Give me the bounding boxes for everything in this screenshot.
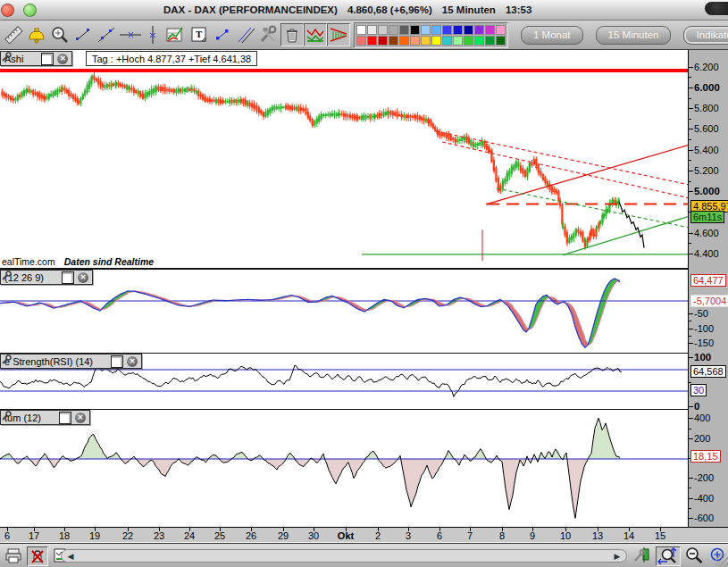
axis-label-400: 400: [694, 413, 710, 423]
window-icon[interactable]: [111, 355, 123, 368]
momentum-chart[interactable]: [0, 410, 688, 527]
rsi-panel[interactable]: e Strength(RSI) (14) ✕: [0, 353, 688, 409]
zoom-tool-icon[interactable]: [48, 23, 71, 46]
color-swatch-1-9[interactable]: [453, 36, 463, 46]
color-swatch-0-10[interactable]: [464, 25, 473, 35]
color-swatch-0-8[interactable]: [442, 25, 452, 35]
color-swatch-1-5[interactable]: [410, 36, 420, 46]
axis-minor-tick: [689, 382, 691, 383]
window-close-button[interactable]: [1, 4, 14, 17]
parallel-channel-icon[interactable]: [234, 23, 257, 46]
color-swatch-1-1[interactable]: [367, 36, 377, 46]
axis-tick: [689, 150, 693, 151]
color-swatch-0-3[interactable]: [389, 25, 398, 35]
color-swatch-1-12[interactable]: [485, 36, 495, 46]
close-icon[interactable]: ✕: [78, 272, 88, 283]
color-swatch-1-13[interactable]: [496, 36, 506, 46]
close-icon[interactable]: ✕: [57, 54, 68, 64]
time-label-8: 8: [499, 530, 505, 541]
macd-panel[interactable]: (12 26 9) ✕: [0, 268, 688, 354]
time-axis: 617181922232425262930Okt23678910131415: [0, 527, 728, 542]
color-swatch-0-1[interactable]: [367, 25, 377, 35]
indicator-chart-icon[interactable]: [164, 23, 188, 46]
title-bar[interactable]: DAX - DAX (PERFORMANCEINDEX) 4.860,68 (+…: [0, 0, 728, 21]
point-marker-icon[interactable]: [71, 23, 95, 46]
indicator-button[interactable]: Indikator / Ba...: [683, 26, 728, 45]
vertical-line-icon[interactable]: [141, 23, 164, 46]
window-icon[interactable]: [41, 53, 54, 65]
time-label-25: 25: [214, 530, 225, 541]
color-swatch-0-6[interactable]: [421, 25, 431, 35]
resize-grip[interactable]: [715, 554, 728, 567]
price-panel[interactable]: Ashi ✕ Tag : +Hoch 4.877,37 +Tief 4.641,…: [0, 50, 688, 266]
momentum-panel[interactable]: tum (12) ✕: [0, 409, 688, 527]
trash-icon[interactable]: [280, 23, 304, 46]
chart-settings-icon[interactable]: [632, 546, 652, 564]
drawing-toolbar: T 1 Monat 15 Minuten Indikator / Ba...: [0, 21, 728, 50]
wrench-icon[interactable]: [27, 54, 38, 64]
wedge-pattern-icon[interactable]: [327, 23, 350, 46]
axis-tick: [689, 233, 693, 234]
interval-button[interactable]: 15 Minuten: [596, 26, 672, 45]
close-icon[interactable]: ✕: [75, 413, 86, 423]
alarm-bell-icon[interactable]: [25, 23, 48, 46]
color-swatch-0-12[interactable]: [485, 25, 495, 35]
color-swatch-1-10[interactable]: [464, 36, 473, 46]
measure-icon[interactable]: [211, 23, 234, 46]
color-swatch-1-2[interactable]: [378, 36, 388, 46]
wrench-icon[interactable]: [47, 272, 58, 283]
color-swatch-1-0[interactable]: [356, 36, 366, 46]
axis-tick: [689, 171, 693, 171]
color-swatch-0-9[interactable]: [453, 25, 463, 35]
axis-tick: [689, 191, 693, 192]
color-swatch-1-11[interactable]: [474, 36, 484, 46]
time-label-17: 17: [29, 530, 39, 541]
color-swatch-1-6[interactable]: [421, 36, 431, 46]
zoom-out-icon[interactable]: [684, 546, 704, 564]
rsi-panel-title: e Strength(RSI) (14): [4, 356, 93, 367]
window-icon[interactable]: [62, 271, 74, 284]
scroll-left-icon[interactable]: ◀: [63, 550, 78, 562]
print-icon[interactable]: [4, 546, 23, 564]
axis-badge-30: 30: [690, 384, 707, 396]
realtime-note: ealTime.comDaten sind Realtime: [2, 256, 154, 266]
price-chart[interactable]: [0, 50, 688, 266]
axis-tick: [689, 498, 693, 499]
axis-label-4600: 4.600: [694, 228, 719, 238]
color-swatch-0-7[interactable]: [431, 25, 441, 35]
horizontal-line-icon[interactable]: [118, 23, 141, 46]
tools-icon[interactable]: [257, 23, 280, 46]
scroll-right-icon[interactable]: ▶: [610, 550, 624, 562]
candle-pattern-icon[interactable]: [304, 23, 327, 46]
color-swatch-0-2[interactable]: [378, 25, 388, 35]
zoom-pan-icon[interactable]: [656, 546, 681, 566]
color-swatch-1-4[interactable]: [399, 36, 409, 46]
color-swatch-0-13[interactable]: [496, 25, 506, 35]
color-swatch-0-4[interactable]: [399, 25, 409, 35]
text-label-icon[interactable]: T: [188, 23, 211, 46]
window-zoom-button[interactable]: [23, 4, 37, 17]
axis-minor-tick: [689, 139, 691, 140]
macd-panel-header: (12 26 9) ✕: [0, 270, 93, 285]
color-swatch-0-0[interactable]: [356, 25, 366, 35]
close-icon[interactable]: ✕: [127, 356, 138, 367]
time-label-26: 26: [246, 530, 256, 541]
color-swatch-1-8[interactable]: [442, 36, 452, 46]
interval-label: 15 Minuten: [442, 4, 496, 15]
macd-chart[interactable]: [0, 270, 688, 354]
color-swatch-0-11[interactable]: [474, 25, 484, 35]
color-swatch-1-7[interactable]: [431, 36, 441, 46]
color-swatch-0-5[interactable]: [410, 25, 420, 35]
clock-time: 13:53: [506, 4, 531, 15]
wrench-icon[interactable]: [45, 413, 55, 423]
ruler-icon[interactable]: [2, 23, 25, 46]
axis-tick: [689, 438, 693, 439]
lock-disabled-icon[interactable]: [27, 546, 48, 566]
wrench-icon[interactable]: [96, 356, 107, 367]
color-swatch-1-3[interactable]: [389, 36, 398, 46]
window-icon[interactable]: [59, 412, 71, 424]
range-button[interactable]: 1 Monat: [521, 26, 583, 45]
horizontal-scrollbar[interactable]: ◀ ▶: [61, 549, 627, 563]
axis-tick: [689, 518, 693, 519]
trendline-icon[interactable]: [95, 23, 118, 46]
